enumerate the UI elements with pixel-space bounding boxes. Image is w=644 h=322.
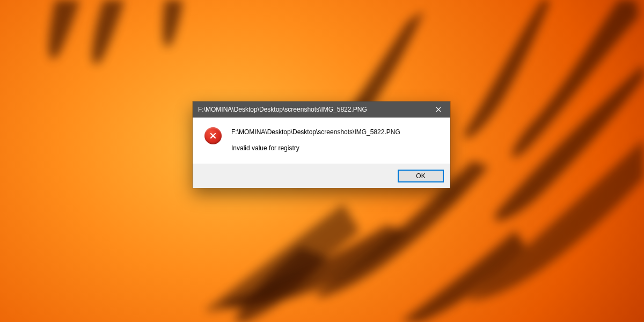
error-icon [204, 127, 222, 144]
close-icon [436, 107, 441, 112]
dialog-button-row: OK [193, 164, 450, 188]
close-button[interactable] [426, 101, 450, 118]
dialog-message: F:\MOMINA\Desktop\Desktop\screenshots\IM… [231, 127, 440, 152]
dialog-titlebar[interactable]: F:\MOMINA\Desktop\Desktop\screenshots\IM… [193, 101, 450, 118]
ok-button[interactable]: OK [398, 170, 444, 182]
error-dialog: F:\MOMINA\Desktop\Desktop\screenshots\IM… [193, 101, 450, 188]
dialog-title: F:\MOMINA\Desktop\Desktop\screenshots\IM… [193, 101, 426, 118]
message-path-text: F:\MOMINA\Desktop\Desktop\screenshots\IM… [231, 128, 440, 136]
dialog-content: F:\MOMINA\Desktop\Desktop\screenshots\IM… [193, 118, 450, 164]
message-error-text: Invalid value for registry [231, 144, 440, 152]
